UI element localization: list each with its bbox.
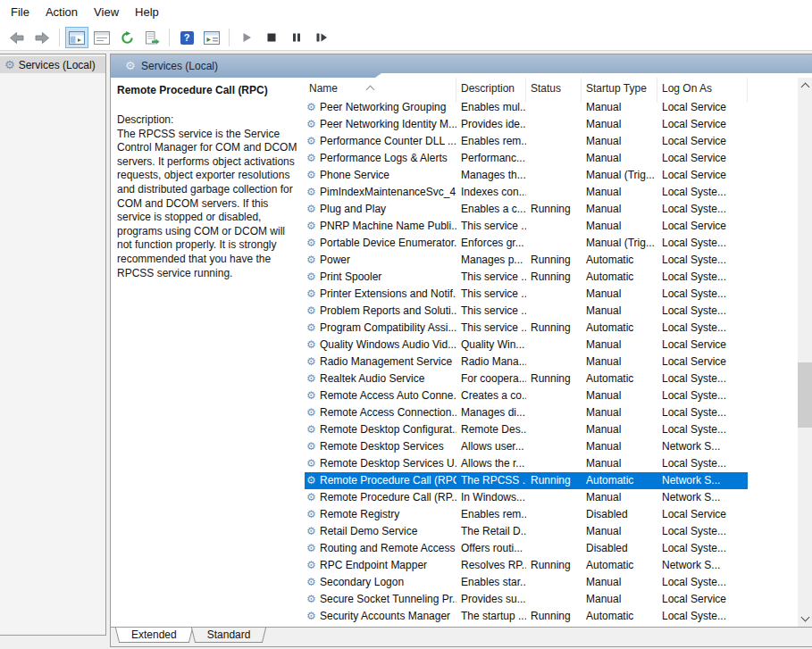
cell-description: Manages p... [456, 252, 526, 269]
extended-view-button[interactable] [200, 27, 223, 48]
service-row[interactable]: ⚙PowerManages p...RunningAutomaticLocal … [305, 252, 748, 269]
service-row[interactable]: ⚙Remote Access Connection...Manages di..… [305, 404, 748, 421]
service-row[interactable]: ⚙Performance Logs & AlertsPerformanc...M… [305, 150, 748, 167]
service-row[interactable]: ⚙Security Accounts ManagerThe startup ..… [305, 608, 748, 625]
service-row[interactable]: ⚙Realtek Audio ServiceFor coopera...Runn… [305, 370, 748, 387]
toolbar: ? [0, 25, 812, 51]
cell-logon: Local Service [657, 506, 748, 523]
cell-startup: Manual [582, 438, 657, 455]
cell-name: Remote Desktop Services [305, 438, 456, 455]
cell-status [526, 167, 582, 184]
stop-service-button[interactable] [260, 27, 283, 48]
toolbar-separator [169, 29, 170, 46]
service-row[interactable]: ⚙Problem Reports and Soluti...This servi… [305, 303, 748, 320]
service-row[interactable]: ⚙Remote Desktop Configurat...Remote Des.… [305, 421, 748, 438]
cell-startup: Manual (Trig... [582, 235, 657, 252]
cell-startup: Manual [582, 303, 657, 320]
show-console-tree-button[interactable] [65, 27, 88, 48]
forward-arrow-icon [34, 31, 50, 45]
cell-name: Remote Procedure Call (RPC) [305, 472, 456, 489]
pause-service-button[interactable] [285, 27, 308, 48]
cell-description: For coopera... [456, 370, 526, 387]
cell-name: Problem Reports and Soluti... [305, 303, 456, 320]
refresh-button[interactable] [115, 27, 138, 48]
service-row[interactable]: ⚙Remote Desktop ServicesAllows user...Ma… [305, 438, 748, 455]
restart-service-button[interactable] [310, 27, 333, 48]
properties-button[interactable] [90, 27, 113, 48]
service-row[interactable]: ⚙Peer Networking GroupingEnables mul...M… [305, 99, 748, 116]
cell-description: This service ... [456, 303, 526, 320]
cell-name: Secure Socket Tunneling Pr... [305, 591, 456, 608]
service-row[interactable]: ⚙Routing and Remote AccessOffers routi..… [305, 540, 748, 557]
selected-service-title: Remote Procedure Call (RPC) [117, 84, 302, 96]
service-row[interactable]: ⚙Remote Desktop Services U...Allows the … [305, 455, 748, 472]
cell-description: Allows the r... [456, 455, 526, 472]
cell-startup: Automatic [582, 608, 657, 625]
cell-status: Running [526, 557, 582, 574]
menu-action[interactable]: Action [38, 0, 86, 23]
description-label: Description: [117, 113, 302, 128]
menu-file[interactable]: File [3, 0, 38, 23]
export-list-button[interactable] [140, 27, 163, 48]
column-header-label: Log On As [662, 82, 712, 95]
cell-description: This service ... [456, 320, 526, 337]
service-row[interactable]: ⚙Secure Socket Tunneling Pr...Provides s… [305, 591, 748, 608]
chevron-up-icon [800, 83, 809, 92]
vertical-scrollbar[interactable] [798, 78, 812, 627]
service-row[interactable]: ⚙Quality Windows Audio Vid...Quality Win… [305, 337, 748, 354]
tree-item-services-local[interactable]: ⚙ Services (Local) [0, 56, 105, 73]
cell-name: Remote Desktop Configurat... [305, 421, 456, 438]
cell-description: Creates a co... [456, 387, 526, 404]
forward-arrow-button[interactable] [30, 27, 54, 48]
service-row[interactable]: ⚙Secondary LogonEnables star...ManualLoc… [305, 574, 748, 591]
scrollbar-thumb[interactable] [798, 362, 812, 428]
help-button[interactable]: ? [175, 27, 198, 48]
cell-name: Remote Desktop Services U... [305, 455, 456, 472]
scroll-down-button[interactable] [798, 612, 812, 627]
cell-description: Performanc... [456, 150, 526, 167]
service-description-text: The RPCSS service is the Service Control… [117, 128, 302, 281]
service-row[interactable]: ⚙Performance Counter DLL ...Enables rem.… [305, 133, 748, 150]
service-row[interactable]: ⚙Printer Extensions and Notif...This ser… [305, 286, 748, 303]
service-row[interactable]: ⚙Remote RegistryEnables rem...DisabledLo… [305, 506, 748, 523]
service-row[interactable]: ⚙Remote Access Auto Conne...Creates a co… [305, 387, 748, 404]
service-row[interactable]: ⚙Print SpoolerThis service ...RunningAut… [305, 269, 748, 286]
cell-status [526, 354, 582, 370]
cell-status [526, 235, 582, 252]
cell-startup: Automatic [582, 370, 657, 387]
service-row[interactable]: ⚙Remote Procedure Call (RPC)The RPCSS ..… [305, 472, 748, 489]
cell-startup: Manual (Trig... [582, 167, 657, 184]
service-row[interactable]: ⚙PimIndexMaintenanceSvc_4...Indexes con.… [305, 184, 748, 201]
tab-extended[interactable]: Extended [123, 628, 185, 643]
cell-startup: Automatic [582, 472, 657, 489]
cell-name: PNRP Machine Name Publi... [305, 218, 456, 235]
service-row[interactable]: ⚙RPC Endpoint MapperResolves RP...Runnin… [305, 557, 748, 574]
service-row[interactable]: ⚙Peer Networking Identity M...Provides i… [305, 116, 748, 133]
service-row[interactable]: ⚙Program Compatibility Assi...This servi… [305, 320, 748, 337]
scroll-up-button[interactable] [798, 78, 812, 93]
service-row[interactable]: ⚙Portable Device Enumerator...Enforces g… [305, 235, 748, 252]
service-row[interactable]: ⚙Phone ServiceManages th...Manual (Trig.… [305, 167, 748, 184]
service-row[interactable]: ⚙Remote Procedure Call (RP...In Windows.… [305, 489, 748, 506]
service-row[interactable]: ⚙Plug and PlayEnables a c...RunningManua… [305, 201, 748, 218]
cell-status: Running [526, 608, 582, 625]
menu-view[interactable]: View [86, 0, 127, 23]
cell-logon: Local Syste... [657, 235, 748, 252]
services-gear-icon: ⚙ [4, 59, 15, 71]
menu-help[interactable]: Help [127, 0, 167, 23]
service-row[interactable]: ⚙Retail Demo ServiceThe Retail D...Manua… [305, 523, 748, 540]
cell-description: Quality Win... [456, 337, 526, 354]
cell-logon: Local Service [657, 133, 748, 150]
cell-startup: Manual [582, 184, 657, 201]
column-header-label: Description [461, 82, 515, 95]
cell-name: Radio Management Service [305, 354, 456, 370]
cell-logon: Local Syste... [657, 252, 748, 269]
service-row[interactable]: ⚙Radio Management ServiceRadio Mana...Ma… [305, 354, 748, 370]
back-arrow-button[interactable] [5, 27, 29, 48]
tab-standard[interactable]: Standard [199, 628, 259, 643]
cell-status [526, 133, 582, 150]
cell-name: Peer Networking Grouping [305, 99, 456, 116]
start-service-button[interactable] [235, 27, 258, 48]
cell-startup: Manual [582, 591, 657, 608]
service-row[interactable]: ⚙PNRP Machine Name Publi...This service … [305, 218, 748, 235]
